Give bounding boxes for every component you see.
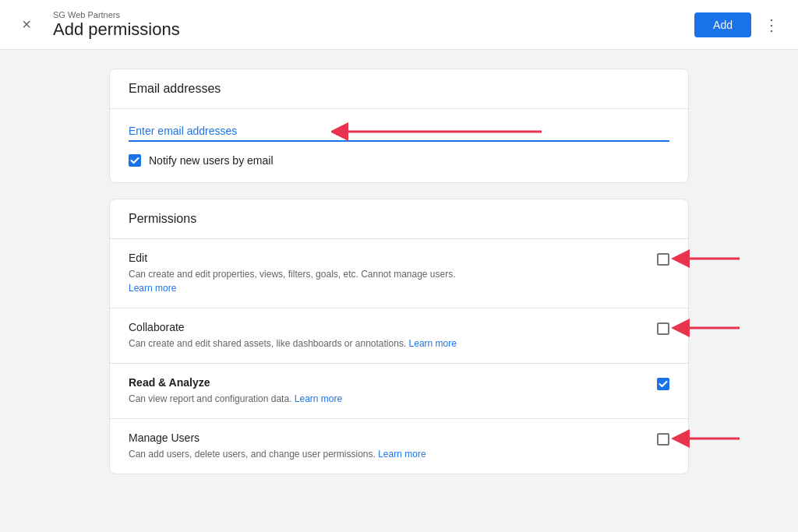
checkmark-icon (130, 156, 139, 165)
close-button[interactable]: × (12, 11, 41, 39)
email-card-header: Email addresses (110, 69, 688, 109)
header-right: Add ⋮ (694, 11, 786, 39)
read-checkbox[interactable] (657, 378, 669, 390)
permission-edit-desc: Can create and edit properties, views, f… (129, 267, 644, 295)
more-icon: ⋮ (764, 16, 779, 34)
header-left: × SG Web Partners Add permissions (12, 10, 180, 40)
close-icon: × (22, 16, 31, 33)
header-title-block: SG Web Partners Add permissions (53, 10, 180, 40)
notify-label: Notify new users by email (149, 154, 274, 167)
permission-read-desc: Can view report and configuration data. … (129, 392, 644, 406)
email-card: Email addresses (109, 69, 689, 183)
main-content: Email addresses (0, 50, 798, 509)
email-input-container (129, 122, 669, 142)
manage-arrow-annotation (669, 425, 747, 453)
header-subtitle: SG Web Partners (53, 10, 180, 19)
email-card-body: Notify new users by email (110, 109, 688, 182)
permissions-section-title: Permissions (129, 212, 196, 225)
collaborate-learn-more-link[interactable]: Learn more (409, 338, 457, 349)
permission-read-name: Read & Analyze (129, 376, 644, 389)
add-button[interactable]: Add (694, 12, 751, 37)
permissions-card: Permissions Edit Can create and edit pro… (109, 199, 689, 474)
app-header: × SG Web Partners Add permissions Add ⋮ (0, 0, 798, 50)
manage-learn-more-link[interactable]: Learn more (378, 449, 425, 460)
permission-collaborate-name: Collaborate (129, 321, 644, 333)
permission-manage-info: Manage Users Can add users, delete users… (129, 432, 644, 461)
more-options-button[interactable]: ⋮ (757, 11, 786, 39)
permission-manage-name: Manage Users (129, 432, 644, 444)
permissions-card-header: Permissions (110, 199, 688, 239)
permission-collaborate-info: Collaborate Can create and edit shared a… (129, 321, 644, 351)
read-checkbox-container (657, 376, 669, 390)
collaborate-arrow-annotation (669, 314, 747, 342)
permission-read-row: Read & Analyze Can view report and confi… (110, 364, 688, 419)
collaborate-checkbox[interactable] (657, 322, 669, 335)
edit-checkbox[interactable] (657, 253, 669, 266)
permission-manage-row: Manage Users Can add users, delete users… (110, 419, 688, 474)
permission-edit-row: Edit Can create and edit properties, vie… (110, 239, 688, 308)
permission-read-info: Read & Analyze Can view report and confi… (129, 376, 644, 406)
notify-checkbox-row: Notify new users by email (129, 154, 669, 167)
edit-arrow-annotation (669, 245, 747, 273)
collaborate-checkbox-container (657, 321, 669, 335)
page-title: Add permissions (53, 19, 180, 40)
email-section-title: Email addresses (129, 82, 221, 95)
manage-checkbox-container (657, 432, 669, 446)
email-input[interactable] (129, 122, 669, 142)
notify-checkbox[interactable] (129, 154, 141, 167)
permission-collaborate-desc: Can create and edit shared assets, like … (129, 336, 644, 351)
manage-checkbox[interactable] (657, 433, 669, 446)
permission-collaborate-row: Collaborate Can create and edit shared a… (110, 308, 688, 364)
permission-edit-info: Edit Can create and edit properties, vie… (129, 252, 644, 295)
permission-manage-desc: Can add users, delete users, and change … (129, 447, 644, 461)
read-learn-more-link[interactable]: Learn more (295, 393, 342, 404)
edit-checkbox-container (657, 252, 669, 266)
edit-learn-more-link[interactable]: Learn more (129, 283, 176, 294)
read-checkmark-icon (659, 379, 668, 389)
permission-edit-name: Edit (129, 252, 644, 264)
